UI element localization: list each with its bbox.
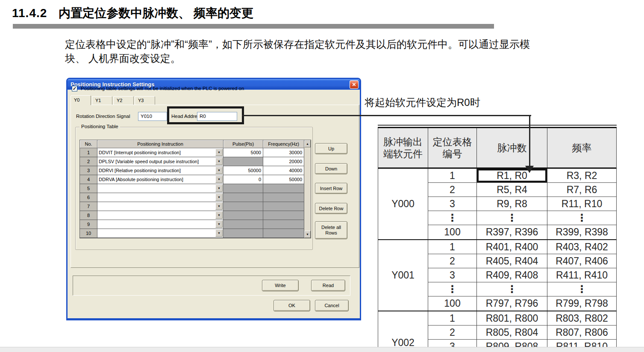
device-mapping-table: 脉冲输出 端软元件定位表格 编号脉冲数频率 Y0001R1, R0R3, R22…: [378, 125, 617, 352]
frequency-cell[interactable]: [263, 202, 304, 211]
dropdown-arrow-icon[interactable]: ▼: [215, 149, 223, 156]
device-table-cell: R799, R798: [547, 296, 616, 311]
pulse-cell[interactable]: [223, 220, 263, 229]
dropdown-arrow-icon[interactable]: ▼: [215, 194, 223, 201]
instruction-cell[interactable]: DDRVI [Relative positioning instruction]…: [97, 166, 223, 175]
output-terminal-cell: Y002: [378, 311, 428, 352]
close-icon[interactable]: ✕: [350, 80, 359, 89]
device-table-header-row: 脉冲输出 端软元件定位表格 编号脉冲数频率: [378, 128, 617, 169]
write-button[interactable]: Write: [262, 280, 299, 291]
output-terminal-cell: Y001: [378, 240, 428, 311]
connector-line-vertical: [529, 115, 530, 167]
device-table-cell: R7, R6: [547, 183, 616, 197]
frequency-cell[interactable]: 30000: [263, 148, 304, 157]
dropdown-arrow-icon[interactable]: ▼: [215, 211, 223, 219]
instruction-text: DDVIT [Interrupt positioning instruction…: [99, 150, 181, 155]
instruction-cell[interactable]: ▼: [97, 184, 223, 193]
tab-y2[interactable]: Y2: [113, 96, 134, 105]
pulse-cell[interactable]: [223, 157, 263, 166]
down-button[interactable]: Down: [315, 163, 347, 174]
up-button[interactable]: Up: [315, 143, 347, 154]
positioning-table-row: 5▼: [80, 184, 304, 193]
device-table-cell: R803, R802: [547, 311, 616, 326]
positioning-table-grid: No. Positioning Instruction Pulse(Pls) F…: [79, 140, 311, 238]
instruction-text: DDRVI [Relative positioning instruction]: [99, 168, 181, 173]
pulse-cell[interactable]: 50000: [223, 166, 263, 175]
tab-y1[interactable]: Y1: [92, 96, 112, 105]
row-number-cell: 7: [80, 202, 97, 211]
pulse-cell[interactable]: [223, 184, 263, 193]
row-number-cell: 10: [80, 229, 97, 238]
positioning-table-row: 3DDRVI [Relative positioning instruction…: [80, 166, 304, 175]
positioning-table-row: 10▼: [80, 229, 304, 238]
device-table-cell: 2: [428, 254, 476, 268]
connector-line-horizontal: [242, 115, 531, 116]
pulse-cell[interactable]: [223, 202, 263, 211]
scroll-down-icon[interactable]: ▼: [304, 231, 311, 238]
device-table-cell: 100: [428, 225, 476, 239]
device-table-cell: 3: [428, 268, 476, 282]
pulse-cell[interactable]: 5000: [223, 148, 263, 157]
frequency-cell[interactable]: 50000: [263, 175, 304, 184]
device-table-cell: R1, R0: [476, 169, 547, 183]
plc-option-groupbox: [73, 276, 350, 296]
insert-row-button[interactable]: Insert Row: [315, 183, 347, 194]
pulse-cell[interactable]: [223, 229, 263, 238]
delete-all-rows-button[interactable]: Delete all Rows: [315, 221, 347, 239]
dropdown-arrow-icon[interactable]: ▼: [215, 202, 223, 210]
pulse-cell[interactable]: [223, 193, 263, 202]
frequency-cell[interactable]: [263, 184, 304, 193]
instruction-cell[interactable]: ▼: [97, 193, 223, 202]
device-table-cell: 1: [428, 169, 476, 183]
instruction-cell[interactable]: DPLSV [Variable speed output pulse instr…: [97, 157, 223, 166]
row-number-cell: 4: [80, 175, 97, 184]
dropdown-arrow-icon[interactable]: ▼: [215, 229, 223, 237]
frequency-cell[interactable]: 20000: [263, 157, 304, 166]
read-button[interactable]: Read: [311, 280, 345, 291]
device-table-cell: R399, R398: [547, 225, 616, 239]
plc-option-checkbox[interactable]: ✓: [72, 86, 77, 91]
device-group-y000: Y0001R1, R0R3, R22R5, R4R7, R63R9, R8R11…: [378, 169, 617, 240]
cancel-button[interactable]: Cancel: [315, 300, 349, 311]
positioning-table-row: 9▼: [80, 220, 304, 229]
device-table-cell: ⋮: [476, 282, 547, 296]
frequency-cell[interactable]: [263, 211, 304, 220]
dropdown-arrow-icon[interactable]: ▼: [215, 185, 223, 192]
frequency-cell[interactable]: 40000: [263, 166, 304, 175]
frequency-cell[interactable]: [263, 229, 304, 238]
positioning-table-row: 6▼: [80, 193, 304, 202]
tab-strip: Y0Y1Y2Y3: [71, 95, 155, 105]
delete-row-button[interactable]: Delete Row: [315, 203, 347, 214]
grid-scrollbar[interactable]: ▲ ▼: [304, 140, 311, 238]
device-table-cell: R411, R410: [547, 268, 616, 282]
pulse-cell[interactable]: [223, 211, 263, 220]
instruction-cell[interactable]: ▼: [97, 229, 223, 238]
instruction-cell[interactable]: ▼: [97, 211, 223, 220]
grid-header-row: No. Positioning Instruction Pulse(Pls) F…: [80, 140, 304, 148]
device-table-header-cell: 脉冲输出 端软元件: [378, 128, 428, 167]
device-table-cell: R409, R408: [476, 268, 547, 282]
tab-y3[interactable]: Y3: [135, 96, 155, 105]
positioning-table-row: 8▼: [80, 211, 304, 220]
instruction-cell[interactable]: DDVIT [Interrupt positioning instruction…: [97, 148, 223, 157]
ok-button[interactable]: OK: [273, 300, 310, 311]
dropdown-arrow-icon[interactable]: ▼: [215, 220, 223, 228]
instruction-cell[interactable]: ▼: [97, 202, 223, 211]
scroll-up-icon[interactable]: ▲: [304, 140, 311, 147]
instruction-cell[interactable]: ▼: [97, 220, 223, 229]
row-number-cell: 8: [80, 211, 97, 220]
dropdown-arrow-icon[interactable]: ▼: [215, 167, 223, 174]
frequency-cell[interactable]: [263, 220, 304, 229]
section-heading: 11.4.2 内置定位参数中脉冲数、 频率的变更: [12, 5, 253, 21]
pulse-cell[interactable]: 0: [223, 175, 263, 184]
tab-y0[interactable]: Y0: [71, 95, 91, 105]
row-number-cell: 6: [80, 193, 97, 202]
rotation-direction-label: Rotation Direction Signal: [76, 114, 130, 119]
rotation-direction-input[interactable]: Y010: [138, 112, 167, 121]
dropdown-arrow-icon[interactable]: ▼: [215, 176, 223, 183]
instruction-cell[interactable]: DDRVA [Absolute positioning instruction]…: [97, 175, 223, 184]
frequency-cell[interactable]: [263, 193, 304, 202]
device-table-header-cell: 定位表格 编号: [428, 128, 476, 167]
dropdown-arrow-icon[interactable]: ▼: [215, 158, 223, 165]
section-number: 11.4.2: [12, 6, 47, 20]
